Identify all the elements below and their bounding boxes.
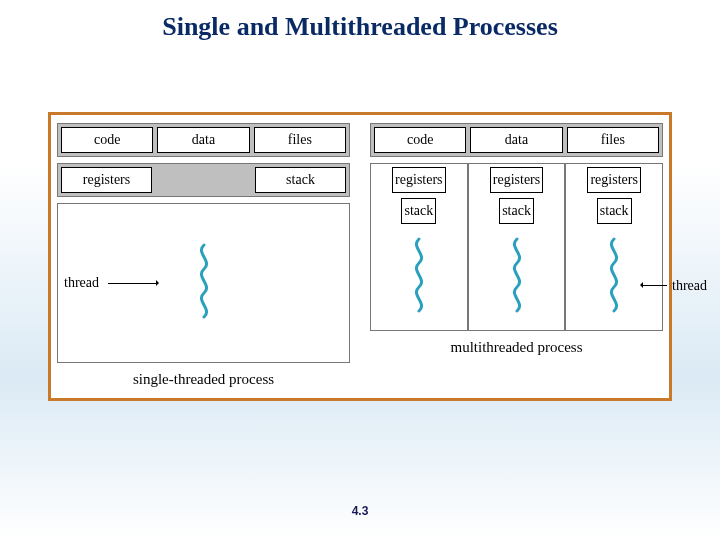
page-title: Single and Multithreaded Processes xyxy=(0,12,720,42)
stack-box: stack xyxy=(597,198,632,224)
thread-label: thread xyxy=(64,275,99,291)
registers-box: registers xyxy=(490,167,543,193)
stack-box: stack xyxy=(255,167,346,193)
data-box: data xyxy=(470,127,562,153)
registers-box: registers xyxy=(61,167,152,193)
code-box: code xyxy=(61,127,153,153)
thread-squiggle-icon xyxy=(408,237,430,317)
files-box: files xyxy=(254,127,346,153)
figure-frame: code data files registers stack thread s… xyxy=(48,112,672,401)
single-caption: single-threaded process xyxy=(57,363,350,394)
thread-column: registers stack xyxy=(370,163,468,331)
files-box: files xyxy=(567,127,659,153)
stack-box: stack xyxy=(401,198,436,224)
arrow-icon xyxy=(643,285,667,286)
multithreaded-panel: code data files registers stack register… xyxy=(370,123,663,394)
thread-column: registers stack xyxy=(468,163,566,331)
shared-resources-row: code data files xyxy=(370,123,663,157)
thread-column: registers stack xyxy=(565,163,663,331)
thread-squiggle-icon xyxy=(603,237,625,317)
registers-box: registers xyxy=(587,167,640,193)
multi-caption: multithreaded process xyxy=(370,331,663,362)
single-thread-area: thread xyxy=(57,203,350,363)
registers-box: registers xyxy=(392,167,445,193)
stack-box: stack xyxy=(499,198,534,224)
shared-resources-row: code data files xyxy=(57,123,350,157)
thread-squiggle-icon xyxy=(193,243,215,323)
figure: code data files registers stack thread s… xyxy=(51,115,669,398)
thread-label: thread xyxy=(672,278,707,294)
page-number: 4.3 xyxy=(0,504,720,518)
arrow-icon xyxy=(108,283,156,284)
single-registers-stack-row: registers stack xyxy=(57,163,350,197)
thread-columns: registers stack registers stack register… xyxy=(370,163,663,331)
thread-squiggle-icon xyxy=(506,237,528,317)
code-box: code xyxy=(374,127,466,153)
data-box: data xyxy=(157,127,249,153)
single-threaded-panel: code data files registers stack thread s… xyxy=(57,123,350,394)
